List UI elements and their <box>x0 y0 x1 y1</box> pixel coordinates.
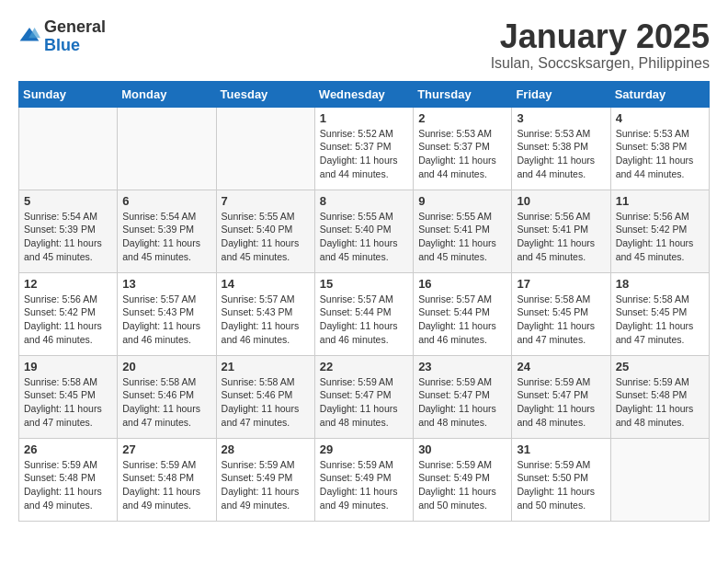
day-info: Sunrise: 5:52 AM Sunset: 5:37 PM Dayligh… <box>320 127 408 181</box>
logo-icon <box>18 26 40 44</box>
calendar-cell: 18Sunrise: 5:58 AM Sunset: 5:45 PM Dayli… <box>610 272 709 355</box>
calendar-cell: 8Sunrise: 5:55 AM Sunset: 5:40 PM Daylig… <box>314 190 413 272</box>
calendar-cell <box>19 107 118 190</box>
calendar-cell: 21Sunrise: 5:58 AM Sunset: 5:46 PM Dayli… <box>216 355 314 438</box>
day-number: 4 <box>616 111 704 125</box>
day-number: 9 <box>418 194 506 208</box>
week-row-3: 12Sunrise: 5:56 AM Sunset: 5:42 PM Dayli… <box>19 272 710 355</box>
day-info: Sunrise: 5:55 AM Sunset: 5:40 PM Dayligh… <box>320 210 408 264</box>
calendar-cell: 30Sunrise: 5:59 AM Sunset: 5:49 PM Dayli… <box>414 438 512 521</box>
day-info: Sunrise: 5:53 AM Sunset: 5:38 PM Dayligh… <box>517 127 605 181</box>
day-info: Sunrise: 5:54 AM Sunset: 5:39 PM Dayligh… <box>122 210 210 264</box>
day-number: 8 <box>320 194 408 208</box>
day-number: 21 <box>222 360 310 373</box>
week-row-2: 5Sunrise: 5:54 AM Sunset: 5:39 PM Daylig… <box>19 190 710 272</box>
calendar-cell: 12Sunrise: 5:56 AM Sunset: 5:42 PM Dayli… <box>19 272 118 355</box>
day-number: 6 <box>122 194 210 208</box>
day-number: 11 <box>616 194 704 208</box>
day-info: Sunrise: 5:54 AM Sunset: 5:39 PM Dayligh… <box>24 210 112 264</box>
day-info: Sunrise: 5:57 AM Sunset: 5:43 PM Dayligh… <box>122 293 210 347</box>
day-number: 17 <box>517 277 605 291</box>
week-row-1: 1Sunrise: 5:52 AM Sunset: 5:37 PM Daylig… <box>19 107 710 190</box>
calendar-cell: 17Sunrise: 5:58 AM Sunset: 5:45 PM Dayli… <box>512 272 610 355</box>
calendar-cell: 27Sunrise: 5:59 AM Sunset: 5:48 PM Dayli… <box>118 438 216 521</box>
day-number: 26 <box>24 442 112 456</box>
calendar-cell: 2Sunrise: 5:53 AM Sunset: 5:37 PM Daylig… <box>414 107 512 190</box>
day-number: 15 <box>320 277 408 291</box>
calendar-cell: 6Sunrise: 5:54 AM Sunset: 5:39 PM Daylig… <box>118 190 216 272</box>
day-number: 31 <box>517 442 605 456</box>
title-section: January 2025 Isulan, Soccsksargen, Phili… <box>491 18 710 72</box>
week-row-4: 19Sunrise: 5:58 AM Sunset: 5:45 PM Dayli… <box>19 355 710 438</box>
logo-general: General <box>44 18 106 37</box>
calendar-cell: 25Sunrise: 5:59 AM Sunset: 5:48 PM Dayli… <box>610 355 709 438</box>
header-wednesday: Wednesday <box>314 81 413 107</box>
day-info: Sunrise: 5:57 AM Sunset: 5:44 PM Dayligh… <box>418 293 506 347</box>
day-number: 19 <box>24 360 112 373</box>
day-number: 13 <box>122 277 210 291</box>
header-saturday: Saturday <box>610 81 709 107</box>
calendar-cell: 23Sunrise: 5:59 AM Sunset: 5:47 PM Dayli… <box>414 355 512 438</box>
day-number: 16 <box>418 277 506 291</box>
day-number: 7 <box>222 194 310 208</box>
day-number: 18 <box>616 277 704 291</box>
calendar-cell: 11Sunrise: 5:56 AM Sunset: 5:42 PM Dayli… <box>610 190 709 272</box>
week-row-5: 26Sunrise: 5:59 AM Sunset: 5:48 PM Dayli… <box>19 438 710 521</box>
day-number: 24 <box>517 360 605 373</box>
calendar-cell <box>216 107 314 190</box>
day-number: 10 <box>517 194 605 208</box>
calendar-cell: 7Sunrise: 5:55 AM Sunset: 5:40 PM Daylig… <box>216 190 314 272</box>
calendar-cell <box>118 107 216 190</box>
calendar-cell: 31Sunrise: 5:59 AM Sunset: 5:50 PM Dayli… <box>512 438 610 521</box>
day-info: Sunrise: 5:53 AM Sunset: 5:37 PM Dayligh… <box>418 127 506 181</box>
day-info: Sunrise: 5:59 AM Sunset: 5:47 PM Dayligh… <box>517 375 605 430</box>
header-friday: Friday <box>512 81 610 107</box>
header-thursday: Thursday <box>414 81 512 107</box>
day-info: Sunrise: 5:59 AM Sunset: 5:47 PM Dayligh… <box>418 375 506 430</box>
day-info: Sunrise: 5:59 AM Sunset: 5:48 PM Dayligh… <box>24 458 112 512</box>
day-info: Sunrise: 5:58 AM Sunset: 5:46 PM Dayligh… <box>122 375 210 430</box>
calendar-cell: 10Sunrise: 5:56 AM Sunset: 5:41 PM Dayli… <box>512 190 610 272</box>
calendar-cell: 26Sunrise: 5:59 AM Sunset: 5:48 PM Dayli… <box>19 438 118 521</box>
day-number: 5 <box>24 194 112 208</box>
calendar-cell: 9Sunrise: 5:55 AM Sunset: 5:41 PM Daylig… <box>414 190 512 272</box>
day-info: Sunrise: 5:56 AM Sunset: 5:41 PM Dayligh… <box>517 210 605 264</box>
day-info: Sunrise: 5:53 AM Sunset: 5:38 PM Dayligh… <box>616 127 704 181</box>
calendar-cell: 16Sunrise: 5:57 AM Sunset: 5:44 PM Dayli… <box>414 272 512 355</box>
day-number: 2 <box>418 111 506 125</box>
day-number: 28 <box>222 442 310 456</box>
day-number: 1 <box>320 111 408 125</box>
calendar-table: SundayMondayTuesdayWednesdayThursdayFrid… <box>18 81 710 522</box>
calendar-cell: 29Sunrise: 5:59 AM Sunset: 5:49 PM Dayli… <box>314 438 413 521</box>
day-info: Sunrise: 5:55 AM Sunset: 5:40 PM Dayligh… <box>222 210 310 264</box>
page-header: General Blue January 2025 Isulan, Soccsk… <box>18 18 710 72</box>
day-number: 27 <box>122 442 210 456</box>
calendar-cell: 15Sunrise: 5:57 AM Sunset: 5:44 PM Dayli… <box>314 272 413 355</box>
day-info: Sunrise: 5:57 AM Sunset: 5:44 PM Dayligh… <box>320 293 408 347</box>
day-info: Sunrise: 5:57 AM Sunset: 5:43 PM Dayligh… <box>222 293 310 347</box>
day-number: 12 <box>24 277 112 291</box>
day-number: 23 <box>418 360 506 373</box>
day-info: Sunrise: 5:58 AM Sunset: 5:45 PM Dayligh… <box>517 293 605 347</box>
day-number: 22 <box>320 360 408 373</box>
day-info: Sunrise: 5:58 AM Sunset: 5:45 PM Dayligh… <box>616 293 704 347</box>
calendar-cell: 5Sunrise: 5:54 AM Sunset: 5:39 PM Daylig… <box>19 190 118 272</box>
calendar-cell: 14Sunrise: 5:57 AM Sunset: 5:43 PM Dayli… <box>216 272 314 355</box>
calendar-subtitle: Isulan, Soccsksargen, Philippines <box>491 55 710 72</box>
day-number: 14 <box>222 277 310 291</box>
day-number: 25 <box>616 360 704 373</box>
calendar-cell: 19Sunrise: 5:58 AM Sunset: 5:45 PM Dayli… <box>19 355 118 438</box>
day-number: 30 <box>418 442 506 456</box>
header-monday: Monday <box>118 81 216 107</box>
header-tuesday: Tuesday <box>216 81 314 107</box>
day-info: Sunrise: 5:55 AM Sunset: 5:41 PM Dayligh… <box>418 210 506 264</box>
day-number: 3 <box>517 111 605 125</box>
calendar-cell: 20Sunrise: 5:58 AM Sunset: 5:46 PM Dayli… <box>118 355 216 438</box>
day-info: Sunrise: 5:56 AM Sunset: 5:42 PM Dayligh… <box>24 293 112 347</box>
day-info: Sunrise: 5:58 AM Sunset: 5:45 PM Dayligh… <box>24 375 112 430</box>
calendar-cell: 28Sunrise: 5:59 AM Sunset: 5:49 PM Dayli… <box>216 438 314 521</box>
day-info: Sunrise: 5:59 AM Sunset: 5:49 PM Dayligh… <box>418 458 506 512</box>
day-info: Sunrise: 5:59 AM Sunset: 5:48 PM Dayligh… <box>616 375 704 430</box>
calendar-cell: 24Sunrise: 5:59 AM Sunset: 5:47 PM Dayli… <box>512 355 610 438</box>
calendar-body: 1Sunrise: 5:52 AM Sunset: 5:37 PM Daylig… <box>19 107 710 521</box>
